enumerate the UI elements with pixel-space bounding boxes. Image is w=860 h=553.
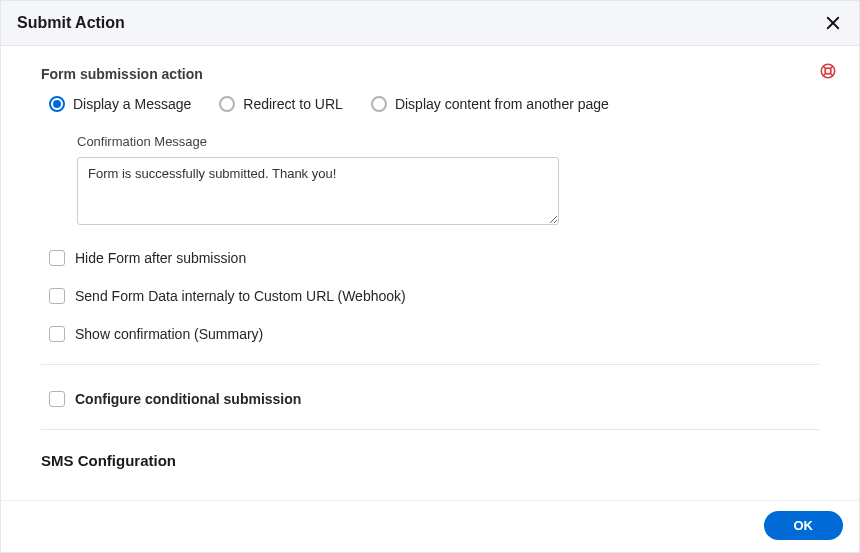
submit-action-dialog: Submit Action Form submission action <box>0 0 860 553</box>
section-label-action: Form submission action <box>41 66 819 82</box>
confirmation-block: Confirmation Message <box>41 134 819 228</box>
checkbox-icon <box>49 288 65 304</box>
checkbox-icon <box>49 391 65 407</box>
confirmation-label: Confirmation Message <box>77 134 819 149</box>
ok-button[interactable]: OK <box>764 511 844 540</box>
checkbox-label: Hide Form after submission <box>75 250 246 266</box>
svg-line-5 <box>830 66 833 69</box>
checkbox-hide-form[interactable]: Hide Form after submission <box>41 250 819 266</box>
action-radio-group: Display a Message Redirect to URL Displa… <box>41 96 819 112</box>
checkbox-icon <box>49 250 65 266</box>
checkbox-summary[interactable]: Show confirmation (Summary) <box>41 326 819 342</box>
close-button[interactable] <box>821 11 845 35</box>
checkbox-label: Send Form Data internaly to Custom URL (… <box>75 288 406 304</box>
radio-icon <box>371 96 387 112</box>
close-icon <box>824 14 842 32</box>
radio-label: Redirect to URL <box>243 96 343 112</box>
svg-line-7 <box>830 73 833 76</box>
checkbox-label: Configure conditional submission <box>75 391 301 407</box>
help-button[interactable] <box>819 62 837 80</box>
dialog-footer: OK <box>1 500 859 552</box>
checkbox-label: Show confirmation (Summary) <box>75 326 263 342</box>
radio-another-page[interactable]: Display content from another page <box>371 96 609 112</box>
radio-icon <box>219 96 235 112</box>
checkbox-icon <box>49 326 65 342</box>
radio-redirect-url[interactable]: Redirect to URL <box>219 96 343 112</box>
svg-point-3 <box>825 68 831 74</box>
svg-line-6 <box>823 73 826 76</box>
divider <box>41 364 819 365</box>
radio-label: Display a Message <box>73 96 191 112</box>
dialog-header: Submit Action <box>1 1 859 46</box>
section-label-sms: SMS Configuration <box>41 452 819 469</box>
confirmation-textarea[interactable] <box>77 157 559 225</box>
checkbox-conditional-submission[interactable]: Configure conditional submission <box>41 391 819 407</box>
divider <box>41 429 819 430</box>
checkbox-webhook[interactable]: Send Form Data internaly to Custom URL (… <box>41 288 819 304</box>
radio-label: Display content from another page <box>395 96 609 112</box>
lifebuoy-icon <box>819 62 837 80</box>
scroll-fade <box>1 480 859 500</box>
dialog-title: Submit Action <box>17 14 125 32</box>
radio-icon-selected <box>49 96 65 112</box>
dialog-body: Form submission action Display a Message… <box>1 46 859 500</box>
svg-line-4 <box>823 66 826 69</box>
radio-display-message[interactable]: Display a Message <box>49 96 191 112</box>
